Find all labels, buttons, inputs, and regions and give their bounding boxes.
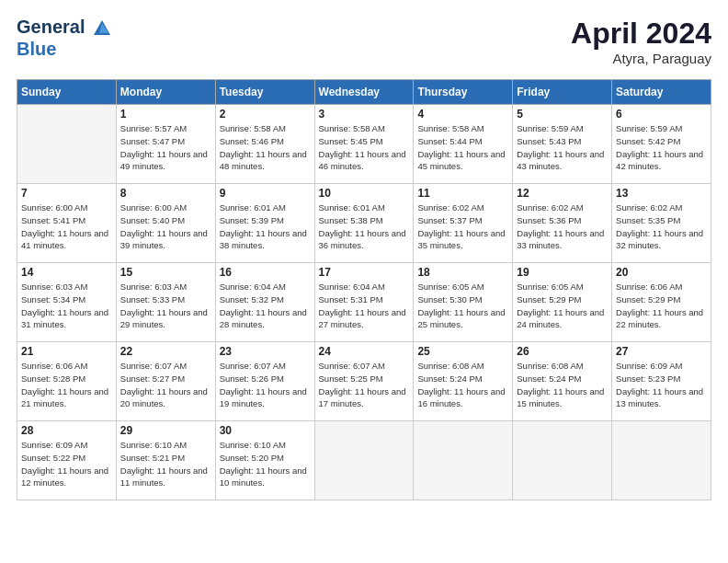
- calendar-cell: 22Sunrise: 6:07 AM Sunset: 5:27 PM Dayli…: [116, 342, 215, 421]
- logo: General Blue: [17, 17, 112, 59]
- day-info: Sunrise: 6:03 AM Sunset: 5:33 PM Dayligh…: [120, 281, 211, 331]
- day-info: Sunrise: 6:02 AM Sunset: 5:36 PM Dayligh…: [517, 201, 608, 252]
- day-number: 21: [21, 345, 112, 358]
- calendar-cell: [314, 421, 414, 500]
- day-info: Sunrise: 5:59 AM Sunset: 5:43 PM Dayligh…: [517, 122, 608, 173]
- day-number: 22: [120, 345, 211, 358]
- calendar-cell: 13Sunrise: 6:02 AM Sunset: 5:35 PM Dayli…: [612, 184, 711, 263]
- page-container: General Blue April 2024 Atyra, Paraguay …: [0, 0, 728, 510]
- day-number: 15: [120, 266, 211, 279]
- day-number: 6: [616, 108, 707, 121]
- calendar-cell: [17, 105, 117, 184]
- day-number: 19: [517, 266, 608, 279]
- calendar-cell: 24Sunrise: 6:07 AM Sunset: 5:25 PM Dayli…: [314, 342, 414, 421]
- calendar-table: SundayMondayTuesdayWednesdayThursdayFrid…: [17, 79, 711, 500]
- day-number: 1: [120, 108, 211, 121]
- calendar-cell: 14Sunrise: 6:03 AM Sunset: 5:34 PM Dayli…: [17, 263, 117, 342]
- calendar-cell: 30Sunrise: 6:10 AM Sunset: 5:20 PM Dayli…: [215, 421, 314, 500]
- day-number: 13: [616, 187, 707, 200]
- month-title: April 2024: [571, 17, 711, 51]
- day-info: Sunrise: 6:04 AM Sunset: 5:32 PM Dayligh…: [220, 281, 311, 331]
- calendar-cell: 25Sunrise: 6:08 AM Sunset: 5:24 PM Dayli…: [414, 342, 513, 421]
- day-number: 16: [220, 266, 311, 279]
- day-number: 5: [517, 108, 608, 121]
- calendar-cell: 20Sunrise: 6:06 AM Sunset: 5:29 PM Dayli…: [612, 263, 711, 342]
- day-number: 28: [21, 424, 112, 437]
- day-info: Sunrise: 6:05 AM Sunset: 5:30 PM Dayligh…: [417, 281, 508, 331]
- day-info: Sunrise: 6:01 AM Sunset: 5:39 PM Dayligh…: [220, 201, 311, 252]
- calendar-cell: [513, 421, 612, 500]
- day-info: Sunrise: 6:10 AM Sunset: 5:21 PM Dayligh…: [120, 439, 211, 489]
- weekday-header: Sunday: [17, 80, 117, 105]
- day-info: Sunrise: 6:09 AM Sunset: 5:22 PM Dayligh…: [21, 439, 112, 489]
- calendar-cell: 7Sunrise: 6:00 AM Sunset: 5:41 PM Daylig…: [17, 184, 117, 263]
- calendar-cell: 29Sunrise: 6:10 AM Sunset: 5:21 PM Dayli…: [116, 421, 215, 500]
- day-number: 3: [319, 108, 410, 121]
- day-number: 30: [220, 424, 311, 437]
- weekday-header: Monday: [116, 80, 215, 105]
- calendar-cell: 17Sunrise: 6:04 AM Sunset: 5:31 PM Dayli…: [314, 263, 414, 342]
- day-number: 10: [319, 187, 410, 200]
- day-info: Sunrise: 6:02 AM Sunset: 5:35 PM Dayligh…: [616, 201, 707, 252]
- day-number: 24: [319, 345, 410, 358]
- day-info: Sunrise: 6:08 AM Sunset: 5:24 PM Dayligh…: [517, 360, 608, 410]
- day-info: Sunrise: 6:05 AM Sunset: 5:29 PM Dayligh…: [517, 281, 608, 331]
- header: General Blue April 2024 Atyra, Paraguay: [17, 17, 711, 66]
- day-info: Sunrise: 6:07 AM Sunset: 5:26 PM Dayligh…: [220, 360, 311, 410]
- calendar-cell: [612, 421, 711, 500]
- day-number: 11: [417, 187, 508, 200]
- calendar-week-row: 14Sunrise: 6:03 AM Sunset: 5:34 PM Dayli…: [17, 263, 711, 342]
- calendar-cell: 8Sunrise: 6:00 AM Sunset: 5:40 PM Daylig…: [116, 184, 215, 263]
- day-number: 20: [616, 266, 707, 279]
- calendar-week-row: 1Sunrise: 5:57 AM Sunset: 5:47 PM Daylig…: [17, 105, 711, 184]
- weekday-header-row: SundayMondayTuesdayWednesdayThursdayFrid…: [17, 80, 711, 105]
- weekday-header: Wednesday: [314, 80, 414, 105]
- calendar-cell: 23Sunrise: 6:07 AM Sunset: 5:26 PM Dayli…: [215, 342, 314, 421]
- day-info: Sunrise: 6:07 AM Sunset: 5:25 PM Dayligh…: [319, 360, 410, 410]
- day-info: Sunrise: 6:10 AM Sunset: 5:20 PM Dayligh…: [220, 439, 311, 489]
- calendar-week-row: 28Sunrise: 6:09 AM Sunset: 5:22 PM Dayli…: [17, 421, 711, 500]
- calendar-cell: 15Sunrise: 6:03 AM Sunset: 5:33 PM Dayli…: [116, 263, 215, 342]
- day-number: 14: [21, 266, 112, 279]
- calendar-week-row: 21Sunrise: 6:06 AM Sunset: 5:28 PM Dayli…: [17, 342, 711, 421]
- day-info: Sunrise: 6:03 AM Sunset: 5:34 PM Dayligh…: [21, 281, 112, 331]
- day-info: Sunrise: 6:02 AM Sunset: 5:37 PM Dayligh…: [417, 201, 508, 252]
- day-number: 9: [220, 187, 311, 200]
- day-number: 26: [517, 345, 608, 358]
- calendar-cell: 21Sunrise: 6:06 AM Sunset: 5:28 PM Dayli…: [17, 342, 117, 421]
- calendar-cell: 12Sunrise: 6:02 AM Sunset: 5:36 PM Dayli…: [513, 184, 612, 263]
- calendar-cell: 18Sunrise: 6:05 AM Sunset: 5:30 PM Dayli…: [414, 263, 513, 342]
- location-subtitle: Atyra, Paraguay: [571, 51, 711, 66]
- day-info: Sunrise: 5:59 AM Sunset: 5:42 PM Dayligh…: [616, 122, 707, 173]
- calendar-cell: 28Sunrise: 6:09 AM Sunset: 5:22 PM Dayli…: [17, 421, 117, 500]
- day-number: 8: [120, 187, 211, 200]
- day-number: 7: [21, 187, 112, 200]
- weekday-header: Friday: [513, 80, 612, 105]
- day-number: 27: [616, 345, 707, 358]
- day-info: Sunrise: 6:09 AM Sunset: 5:23 PM Dayligh…: [616, 360, 707, 410]
- day-info: Sunrise: 5:57 AM Sunset: 5:47 PM Dayligh…: [120, 122, 211, 173]
- day-number: 18: [417, 266, 508, 279]
- day-number: 4: [417, 108, 508, 121]
- logo-icon: [92, 18, 112, 39]
- day-info: Sunrise: 5:58 AM Sunset: 5:45 PM Dayligh…: [319, 122, 410, 173]
- calendar-cell: [414, 421, 513, 500]
- calendar-cell: 5Sunrise: 5:59 AM Sunset: 5:43 PM Daylig…: [513, 105, 612, 184]
- calendar-cell: 27Sunrise: 6:09 AM Sunset: 5:23 PM Dayli…: [612, 342, 711, 421]
- day-number: 23: [220, 345, 311, 358]
- calendar-cell: 26Sunrise: 6:08 AM Sunset: 5:24 PM Dayli…: [513, 342, 612, 421]
- calendar-cell: 19Sunrise: 6:05 AM Sunset: 5:29 PM Dayli…: [513, 263, 612, 342]
- day-number: 2: [220, 108, 311, 121]
- day-info: Sunrise: 6:04 AM Sunset: 5:31 PM Dayligh…: [319, 281, 410, 331]
- day-number: 12: [517, 187, 608, 200]
- logo-text: General: [17, 17, 112, 39]
- day-info: Sunrise: 6:06 AM Sunset: 5:28 PM Dayligh…: [21, 360, 112, 410]
- day-info: Sunrise: 6:07 AM Sunset: 5:27 PM Dayligh…: [120, 360, 211, 410]
- logo-blue: Blue: [17, 39, 112, 59]
- calendar-cell: 6Sunrise: 5:59 AM Sunset: 5:42 PM Daylig…: [612, 105, 711, 184]
- calendar-cell: 9Sunrise: 6:01 AM Sunset: 5:39 PM Daylig…: [215, 184, 314, 263]
- day-info: Sunrise: 6:01 AM Sunset: 5:38 PM Dayligh…: [319, 201, 410, 252]
- day-info: Sunrise: 5:58 AM Sunset: 5:44 PM Dayligh…: [417, 122, 508, 173]
- calendar-cell: 10Sunrise: 6:01 AM Sunset: 5:38 PM Dayli…: [314, 184, 414, 263]
- day-info: Sunrise: 6:08 AM Sunset: 5:24 PM Dayligh…: [417, 360, 508, 410]
